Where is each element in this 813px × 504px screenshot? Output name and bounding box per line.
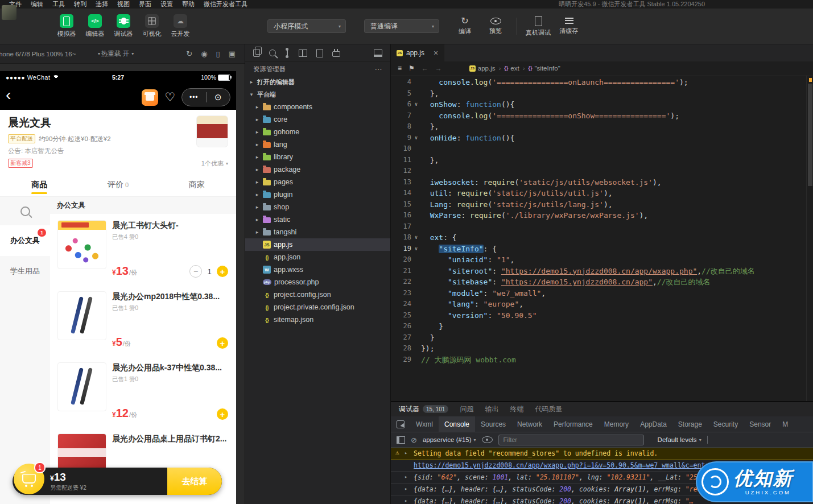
favorite-icon[interactable]: ♡ [164, 90, 175, 104]
devtools-tab-Network[interactable]: Network [511, 416, 548, 432]
devtools-tab-Sources[interactable]: Sources [475, 416, 511, 432]
tab-评价[interactable]: 评价0 [79, 173, 157, 196]
expand-arrow-icon[interactable]: ▸ [405, 474, 407, 480]
code-editor[interactable]: 4 console.log('================onLaunch=… [391, 76, 813, 401]
可视化-button[interactable]: 可视化 [138, 14, 166, 38]
search-icon[interactable] [269, 49, 276, 56]
category-item-办公文具[interactable]: 办公文具1 [0, 225, 50, 256]
file-sitemap.json[interactable]: {}sitemap.json [245, 313, 390, 326]
expand-arrow-icon[interactable]: ▸ [405, 450, 407, 456]
context-select[interactable]: appservice (#15)▾ [423, 436, 476, 443]
log-levels-select[interactable]: Default levels▾ [658, 436, 701, 443]
file-icon[interactable] [316, 49, 323, 57]
folder-components[interactable]: ▸components [245, 101, 390, 113]
product-row[interactable]: 晨光工书钉大头钉-已售4 赞0¥13/份−1+ [50, 214, 236, 285]
folder-tangshi[interactable]: ▸tangshi [245, 226, 390, 238]
expand-arrow-icon[interactable]: ▸ [405, 498, 407, 503]
fold-arrow-icon[interactable]: ∨ [411, 243, 421, 255]
more-menu-icon[interactable]: ••• [182, 93, 206, 101]
compile-select[interactable]: 普通编译▾ [364, 19, 439, 33]
back-icon[interactable]: ‹ [6, 89, 11, 101]
root-folder[interactable]: ▾平台端 [245, 88, 390, 101]
devtools-tab-Security[interactable]: Security [708, 416, 744, 432]
scroll-thumb[interactable] [808, 84, 812, 186]
filter-input[interactable] [498, 435, 644, 445]
plus-button[interactable]: + [217, 266, 228, 277]
panel-layout-icon[interactable] [374, 49, 382, 57]
mode-select[interactable]: 小程序模式▾ [267, 19, 346, 33]
folder-plugin[interactable]: ▸plugin [245, 188, 390, 201]
编译-button[interactable]: ↻编译 [449, 17, 480, 36]
files-icon[interactable] [253, 49, 260, 57]
menu-item-帮助[interactable]: 帮助 [178, 0, 199, 9]
product-row[interactable]: 晨光办公mp2018中性笔0.38...已售1 赞0¥5/份+ [50, 285, 236, 356]
devtools-tab-Storage[interactable]: Storage [672, 416, 708, 432]
expand-arrow-icon[interactable]: ▸ [405, 486, 407, 491]
console-sidebar-icon[interactable] [397, 436, 405, 444]
more-icon[interactable]: ⋯ [375, 65, 383, 73]
folder-gohome[interactable]: ▸gohome [245, 126, 390, 138]
menu-item-工具[interactable]: 工具 [48, 0, 69, 9]
模拟器-button[interactable]: 模拟器 [52, 14, 81, 38]
tab-商家[interactable]: 商家 [158, 173, 236, 196]
checkout-button[interactable]: 去结算 [167, 468, 222, 495]
record-icon[interactable]: ◉ [201, 49, 207, 58]
plugin-icon[interactable] [332, 51, 340, 57]
devtools-tab-Console[interactable]: Console [439, 416, 475, 432]
devtools-tab-Wxml[interactable]: Wxml [410, 416, 439, 432]
screenshot-icon[interactable]: ▣ [229, 49, 236, 58]
menu-item-视图[interactable]: 视图 [113, 0, 134, 9]
真机调试-button[interactable]: 真机调试 [523, 16, 554, 37]
fold-arrow-icon[interactable]: ∨ [411, 133, 421, 144]
minus-button[interactable]: − [189, 265, 202, 278]
console-row[interactable]: ⚠▸Setting data field "recommend_stores" … [391, 448, 813, 460]
breadcrumb-item[interactable]: {}"siteInfo" [529, 65, 560, 72]
coupon-count[interactable]: 1个优惠▾ [201, 159, 228, 168]
编辑器-button[interactable]: </>编辑器 [81, 14, 109, 38]
file-app.js[interactable]: JSapp.js [245, 238, 390, 251]
scrollbar[interactable] [806, 76, 813, 401]
tab-商品[interactable]: 商品 [0, 173, 79, 196]
预览-button[interactable]: 预览 [480, 18, 511, 35]
file-project.private.config.json[interactable]: {}project.private.config.json [245, 301, 390, 313]
清缓存-button[interactable]: 清缓存 [554, 18, 584, 35]
editor-tab-appjs[interactable]: JS app.js × [391, 44, 444, 61]
menu-item-微信开发者工具[interactable]: 微信开发者工具 [199, 0, 252, 9]
live-expression-icon[interactable] [482, 436, 493, 443]
devtools-tab-AppData[interactable]: AppData [634, 416, 672, 432]
inspect-element-icon[interactable] [397, 420, 405, 428]
opened-editors-section[interactable]: ▸打开的编辑器 [245, 76, 390, 88]
folder-shop[interactable]: ▸shop [245, 201, 390, 213]
devtools-tab-Sensor[interactable]: Sensor [744, 416, 777, 432]
fold-arrow-icon[interactable]: ∨ [411, 232, 421, 243]
category-item-学生用品[interactable]: 学生用品 [0, 256, 50, 287]
file-app.json[interactable]: {}app.json [245, 251, 390, 263]
menu-item-编辑[interactable]: 编辑 [26, 0, 48, 9]
minimize-icon[interactable]: ⊙ [207, 92, 230, 102]
云开发-button[interactable]: ☁云开发 [166, 14, 195, 38]
store-avatar[interactable] [196, 115, 228, 147]
breadcrumb-item[interactable]: {}ext [504, 65, 519, 72]
file-processor.php[interactable]: phpprocessor.php [245, 276, 390, 288]
store-logo-icon[interactable] [142, 89, 158, 106]
devtools-tab-Performance[interactable]: Performance [548, 416, 599, 432]
fold-arrow-icon[interactable]: ∨ [411, 99, 421, 110]
list-icon[interactable]: ≡ [398, 64, 402, 72]
devtools-tab-M[interactable]: M [777, 416, 794, 432]
folder-pages[interactable]: ▸pages [245, 176, 390, 188]
debugger-tab-调试器[interactable]: 调试器15, 101 [399, 404, 448, 414]
folder-package[interactable]: ▸package [245, 163, 390, 176]
folder-static[interactable]: ▸static [245, 213, 390, 226]
cart-button[interactable]: 1 [14, 464, 44, 494]
调试器-button[interactable]: 调试器 [109, 14, 138, 38]
debugger-tab-代码质量[interactable]: 代码质量 [535, 404, 562, 414]
back-arrow-icon[interactable]: ← [422, 64, 428, 72]
plus-button[interactable]: + [217, 337, 228, 349]
folder-library[interactable]: ▸library [245, 151, 390, 163]
menu-item-界面[interactable]: 界面 [134, 0, 156, 9]
close-icon[interactable]: × [434, 48, 438, 57]
debugger-tab-问题[interactable]: 问题 [460, 404, 473, 414]
devtools-tab-Memory[interactable]: Memory [599, 416, 634, 432]
clear-console-icon[interactable]: ⊘ [411, 436, 417, 444]
debugger-tab-终端[interactable]: 终端 [510, 404, 523, 414]
